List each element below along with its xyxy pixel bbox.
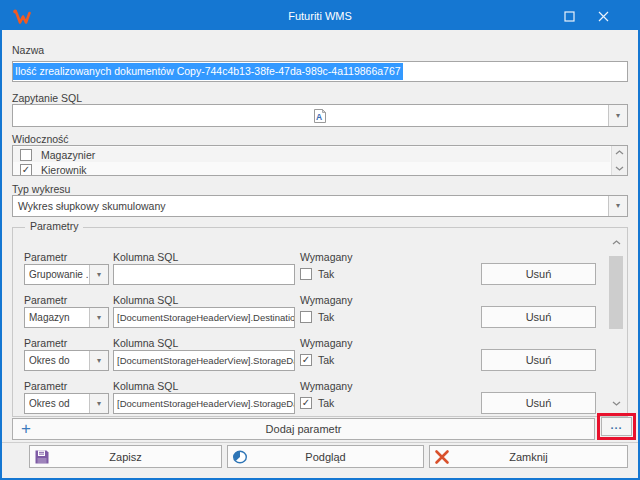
scrollbar-thumb[interactable] xyxy=(609,256,623,329)
magazynier-checkbox[interactable] xyxy=(20,149,32,161)
scroll-up-button[interactable] xyxy=(612,146,627,159)
preview-clock-icon xyxy=(232,449,248,465)
visibility-label: Widoczność xyxy=(12,133,69,145)
name-label: Nazwa xyxy=(12,44,44,56)
parameters-scrollbar[interactable] xyxy=(608,236,624,410)
kolumna-sql-label: Kolumna SQL xyxy=(113,380,178,392)
more-options-button[interactable]: ... xyxy=(601,417,632,436)
list-item-label: Kierownik xyxy=(41,164,87,176)
wymagany-checkbox[interactable]: ✓ xyxy=(300,397,312,409)
chevron-down-icon: ▾ xyxy=(616,111,620,120)
scroll-up-button[interactable] xyxy=(608,236,624,249)
wymagany-label: Wymagany xyxy=(300,251,352,263)
selected-text: Ilość zrealizowanych dokumentów Copy-744… xyxy=(13,63,403,80)
sql-query-combo[interactable]: A ▾ xyxy=(12,104,628,127)
window-title: Futuriti WMS xyxy=(2,2,638,30)
tak-label: Tak xyxy=(318,397,334,409)
chevron-down-icon[interactable]: ▾ xyxy=(89,265,108,284)
wymagany-checkbox[interactable] xyxy=(300,268,312,280)
parametr-label: Parametr xyxy=(24,380,67,392)
chart-type-label: Typ wykresu xyxy=(12,183,70,195)
document-a-icon: A xyxy=(312,108,328,124)
chart-type-combo[interactable]: Wykres słupkowy skumulowany ▾ xyxy=(12,195,628,217)
chevron-up-icon xyxy=(615,150,624,155)
kolumna-sql-input[interactable]: [DocumentStorageHeaderView].DestinationW… xyxy=(113,307,295,328)
maximize-button[interactable] xyxy=(552,2,586,30)
chevron-down-icon: ▾ xyxy=(616,196,620,216)
footer-divider xyxy=(2,442,638,443)
parametr-dropdown[interactable]: Okres od ▾ xyxy=(24,393,109,414)
kolumna-sql-input[interactable] xyxy=(113,264,295,285)
visibility-listbox[interactable]: Magazynier ✓ Kierownik xyxy=(12,145,628,176)
kolumna-sql-input[interactable]: [DocumentStorageHeaderView].StorageDate xyxy=(113,350,295,371)
chevron-down-icon xyxy=(612,401,621,406)
add-parameter-label: Dodaj parametr xyxy=(13,419,594,439)
parametr-label: Parametr xyxy=(24,337,67,349)
remove-parameter-button[interactable]: Usuń xyxy=(481,306,596,328)
close-button[interactable]: Zamknij xyxy=(429,445,628,468)
parameters-group: Parametry Parametr Kolumna SQL Wymagany … xyxy=(12,227,628,417)
remove-parameter-button[interactable]: Usuń xyxy=(481,349,596,371)
tak-label: Tak xyxy=(318,268,334,280)
kierownik-checkbox[interactable]: ✓ xyxy=(20,164,32,176)
scroll-down-button[interactable] xyxy=(608,397,624,410)
chevron-down-icon[interactable]: ▾ xyxy=(89,394,108,413)
close-x-icon xyxy=(434,449,450,465)
wymagany-label: Wymagany xyxy=(300,294,352,306)
wymagany-label: Wymagany xyxy=(300,380,352,392)
annotation-highlight: ... xyxy=(597,413,636,440)
wymagany-checkbox[interactable]: ✓ xyxy=(300,354,312,366)
preview-button[interactable]: Podgląd xyxy=(227,445,424,468)
parametr-dropdown[interactable]: Magazyn ▾ xyxy=(24,307,109,328)
save-button[interactable]: Zapisz xyxy=(29,445,222,468)
parameter-row: Parametr Kolumna SQL Wymagany Magazyn ▾ … xyxy=(13,294,603,330)
kolumna-sql-label: Kolumna SQL xyxy=(113,251,178,263)
scroll-down-button[interactable] xyxy=(612,162,627,175)
chart-type-dropdown-button[interactable]: ▾ xyxy=(608,196,627,216)
close-icon xyxy=(598,11,609,22)
parametr-label: Parametr xyxy=(24,294,67,306)
kolumna-sql-label: Kolumna SQL xyxy=(113,337,178,349)
parametr-dropdown[interactable]: Grupowanie ... ▾ xyxy=(24,264,109,285)
parametr-label: Parametr xyxy=(24,251,67,263)
sql-combo-dropdown-button[interactable]: ▾ xyxy=(608,105,627,126)
kolumna-sql-input[interactable]: [DocumentStorageHeaderView].StorageDateB xyxy=(113,393,295,414)
titlebar: Futuriti WMS xyxy=(2,2,638,30)
chevron-down-icon[interactable]: ▾ xyxy=(89,308,108,327)
save-floppy-icon xyxy=(34,449,50,465)
list-item-kierownik[interactable]: ✓ Kierownik xyxy=(13,162,610,176)
close-window-button[interactable] xyxy=(586,2,620,30)
wymagany-checkbox[interactable] xyxy=(300,311,312,323)
parameter-row: Parametr Kolumna SQL Wymagany Okres od ▾… xyxy=(13,380,603,416)
wymagany-label: Wymagany xyxy=(300,337,352,349)
parametr-dropdown[interactable]: Okres do ▾ xyxy=(24,350,109,371)
svg-text:A: A xyxy=(316,112,322,122)
maximize-icon xyxy=(564,11,575,22)
parameter-row: Parametr Kolumna SQL Wymagany Grupowanie… xyxy=(13,251,603,287)
add-parameter-button[interactable]: + Dodaj parametr xyxy=(12,418,595,440)
dialog-window: Futuriti WMS Nazwa Ilość zrealizowanych … xyxy=(0,0,640,480)
listbox-scrollbar[interactable] xyxy=(611,146,627,175)
chevron-up-icon xyxy=(612,240,621,245)
parameter-row: Parametr Kolumna SQL Wymagany Okres do ▾… xyxy=(13,337,603,373)
kolumna-sql-label: Kolumna SQL xyxy=(113,294,178,306)
list-item-magazynier[interactable]: Magazynier xyxy=(13,147,610,162)
list-item-label: Magazynier xyxy=(41,149,95,161)
remove-parameter-button[interactable]: Usuń xyxy=(481,263,596,285)
tak-label: Tak xyxy=(318,354,334,366)
parameters-legend: Parametry xyxy=(25,220,83,232)
chart-type-value: Wykres słupkowy skumulowany xyxy=(18,200,166,212)
chevron-down-icon xyxy=(615,166,624,171)
tak-label: Tak xyxy=(318,311,334,323)
name-input[interactable]: Ilość zrealizowanych dokumentów Copy-744… xyxy=(12,61,628,82)
chevron-down-icon[interactable]: ▾ xyxy=(89,351,108,370)
remove-parameter-button[interactable]: Usuń xyxy=(481,392,596,414)
sql-query-label: Zapytanie SQL xyxy=(12,92,82,104)
